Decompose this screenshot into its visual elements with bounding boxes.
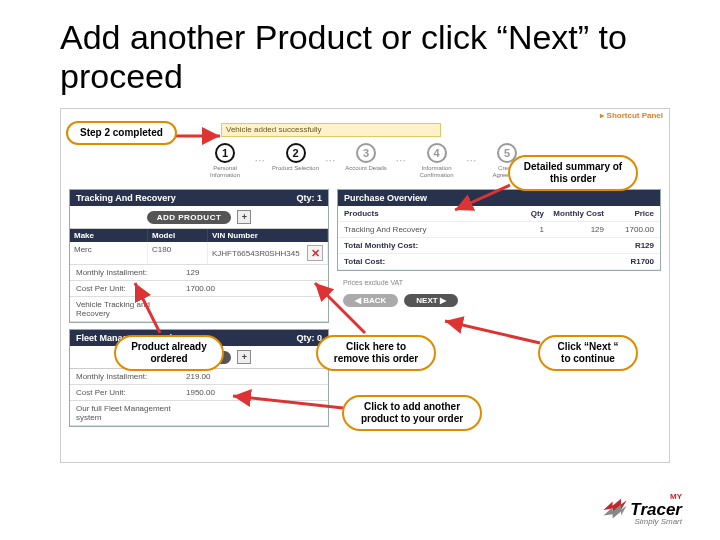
product-row: Merc C180 KJHFT66543R0SHH345✕	[70, 242, 328, 265]
svg-line-2	[135, 283, 160, 333]
step-separator: ···	[467, 156, 478, 166]
step-separator: ···	[396, 156, 407, 166]
callout-summary: Detailed summary of this order	[508, 155, 638, 191]
col-vin: VIN Number	[208, 229, 328, 242]
plus-icon[interactable]: +	[237, 210, 251, 224]
shortcut-panel-link[interactable]: Shortcut Panel	[600, 111, 663, 120]
remove-button[interactable]: ✕	[307, 245, 323, 261]
svg-line-4	[445, 321, 540, 343]
tracking-panel: Tracking And RecoveryQty: 1 ADD PRODUCT …	[69, 189, 329, 323]
svg-line-5	[233, 396, 343, 408]
logo-tagline: Simply Smart	[630, 518, 682, 526]
vat-note: Prices exclude VAT	[337, 277, 661, 288]
callout-remove: Click here to remove this order	[316, 335, 436, 371]
step-4: 4Information Confirmation	[413, 143, 461, 179]
plus-icon[interactable]: +	[237, 350, 251, 364]
panel-header: Purchase Overview	[344, 193, 427, 203]
col-model: Model	[148, 229, 208, 242]
table-row: Tracking And Recovery11291700.00	[338, 222, 660, 238]
step-separator: ···	[255, 156, 266, 166]
callout-step-completed: Step 2 completed	[66, 121, 177, 145]
logo: MY Tracer Simply Smart	[600, 493, 682, 526]
success-banner: Vehicle added successfully	[221, 123, 441, 137]
callout-product-ordered: Product already ordered	[114, 335, 224, 371]
logo-icon	[600, 496, 628, 524]
step-3: 3Account Details	[342, 143, 390, 179]
add-product-button[interactable]: ADD PRODUCT	[147, 211, 232, 224]
panel-header: Tracking And Recovery	[76, 193, 176, 203]
panel-qty: Qty: 1	[296, 193, 322, 203]
total-monthly: Total Monthly Cost:R129	[338, 238, 660, 254]
logo-name: Tracer	[630, 501, 682, 518]
col-make: Make	[70, 229, 148, 242]
callout-add-another: Click to add another product to your ord…	[342, 395, 482, 431]
step-separator: ···	[326, 156, 337, 166]
callout-next: Click “Next “ to continue	[538, 335, 638, 371]
svg-line-3	[315, 283, 365, 333]
next-button[interactable]: NEXT	[404, 294, 458, 307]
step-2: 2Product Selection	[272, 143, 320, 179]
page-title: Add another Product or click “Next” to p…	[60, 18, 670, 96]
svg-line-1	[455, 185, 510, 210]
total-cost: Total Cost:R1700	[338, 254, 660, 270]
